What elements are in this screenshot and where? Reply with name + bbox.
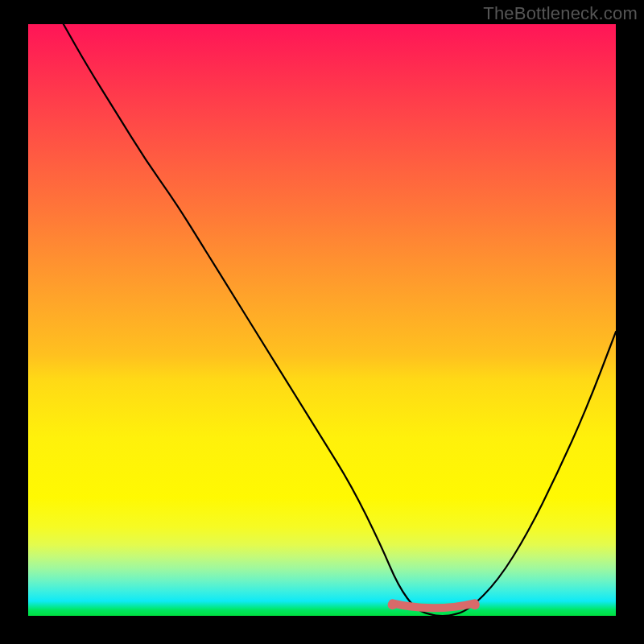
chart-frame: TheBottleneck.com	[0, 0, 644, 644]
bottleneck-curve-path	[64, 24, 616, 616]
bottleneck-curve-svg	[28, 24, 616, 616]
bottleneck-region-mark	[393, 603, 475, 608]
bottleneck-region-start-dot	[388, 600, 398, 609]
bottleneck-region-end-dot	[470, 600, 480, 609]
watermark-text: TheBottleneck.com	[483, 3, 638, 24]
plot-area	[28, 24, 616, 616]
